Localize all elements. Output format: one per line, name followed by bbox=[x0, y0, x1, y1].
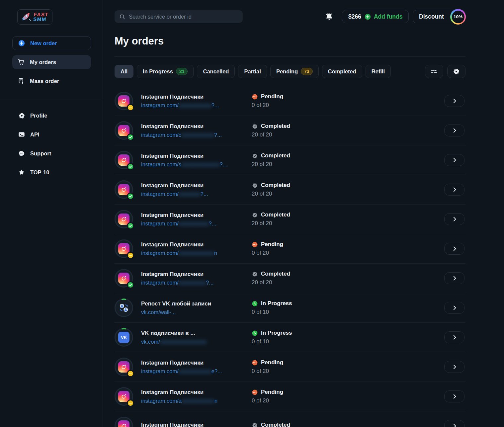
order-link[interactable]: instagram.com/xxxxxxxxxxxxe?... bbox=[141, 368, 222, 375]
order-details-button[interactable] bbox=[444, 95, 464, 107]
order-row[interactable]: Instagram Подписчикиinstagram.com/xxxxxx… bbox=[115, 175, 465, 205]
sidebar-item-mass-order[interactable]: Mass order bbox=[12, 74, 91, 88]
order-avatar bbox=[115, 121, 133, 140]
sidebar-item-support[interactable]: Support bbox=[12, 146, 91, 160]
sidebar-item-my-orders[interactable]: My orders bbox=[12, 55, 91, 69]
order-link[interactable]: vk.com/wall-... bbox=[141, 309, 211, 315]
status-label: Completed bbox=[261, 152, 290, 159]
order-details-button[interactable] bbox=[444, 184, 464, 196]
order-link[interactable]: instagram.com/xxxxxxxxxxx?... bbox=[141, 220, 216, 227]
order-link[interactable]: vk.com/xxxxxxxxxxxxxxxxx bbox=[141, 339, 207, 345]
discount-pill[interactable]: Discount 10% bbox=[413, 10, 465, 23]
order-link[interactable]: instagram.com/xxxxxxxxxxxx?... bbox=[141, 102, 219, 109]
order-link[interactable]: instagram.com/xxxxxxxxxxxxxn bbox=[141, 250, 217, 256]
order-details-button[interactable] bbox=[444, 125, 464, 136]
order-url-redacted: xxxxxxxxxxxx bbox=[182, 398, 214, 404]
order-avatar: VK bbox=[115, 328, 133, 347]
order-details-button[interactable] bbox=[444, 361, 464, 373]
order-info: Instagram Подписчикиinstagram.com/xxxxxx… bbox=[141, 271, 213, 286]
order-url-suffix: ?... bbox=[206, 280, 213, 286]
list-settings-button[interactable] bbox=[447, 65, 465, 78]
order-avatar bbox=[115, 387, 133, 406]
tab-refill[interactable]: Refill bbox=[366, 65, 391, 78]
tab-count-badge: 73 bbox=[301, 68, 313, 75]
order-details-button[interactable] bbox=[444, 302, 464, 314]
order-details-button[interactable] bbox=[444, 243, 464, 255]
status-completed: Completed bbox=[252, 152, 290, 159]
plus-circle-green-icon bbox=[364, 13, 371, 20]
tab-in-progress[interactable]: In Progress21 bbox=[137, 65, 194, 78]
status-label: Completed bbox=[261, 422, 290, 427]
order-url-prefix: instagram.com/ bbox=[141, 368, 179, 375]
order-progress-count: 20 of 20 bbox=[252, 279, 290, 286]
sidebar-item-label: Support bbox=[30, 150, 51, 157]
tab-partial[interactable]: Partial bbox=[238, 65, 267, 78]
sidebar-item-profile[interactable]: Profile bbox=[12, 109, 91, 123]
sidebar-item-api[interactable]: API bbox=[12, 128, 91, 141]
status-completed: Completed bbox=[252, 422, 290, 427]
search-input[interactable] bbox=[129, 14, 238, 20]
tab-all[interactable]: All bbox=[115, 65, 133, 78]
order-info: VK подписчики в ...vk.com/xxxxxxxxxxxxxx… bbox=[141, 330, 207, 345]
order-url-suffix: e?... bbox=[211, 368, 222, 375]
tab-label: All bbox=[121, 68, 127, 75]
brand-logo[interactable]: FAST SMM bbox=[17, 9, 52, 25]
order-status: Completed bbox=[252, 422, 290, 427]
order-url-suffix: ?... bbox=[214, 132, 222, 138]
order-details-button[interactable] bbox=[444, 331, 464, 343]
order-link[interactable]: instagram.com/xxxxxxxxxx?... bbox=[141, 280, 213, 286]
balance-amount: $266 bbox=[348, 13, 361, 20]
balance-pill[interactable]: $266 Add funds bbox=[342, 10, 409, 23]
order-row[interactable]: Instagram Подписчикиinstagram.com/xxxxxx… bbox=[115, 264, 465, 293]
sidebar: FAST SMM New orderMy ordersMass order Pr… bbox=[0, 0, 103, 427]
filter-sort-button[interactable] bbox=[425, 65, 443, 78]
order-url-prefix: instagram.com/ bbox=[141, 280, 179, 286]
tab-cancelled[interactable]: Cancelled bbox=[197, 65, 235, 78]
order-status: Pending0 of 20 bbox=[252, 93, 283, 109]
gear-icon bbox=[18, 112, 26, 120]
order-row[interactable]: Instagram Подписчикиinstagram.com/xxxxxx… bbox=[115, 205, 465, 234]
order-row[interactable]: VKVK подписчики в ...vk.com/xxxxxxxxxxxx… bbox=[115, 323, 465, 352]
order-details-button[interactable] bbox=[444, 213, 464, 225]
order-row[interactable]: Instagram Подписчикиinstagram.com/sxxxxx… bbox=[115, 145, 465, 175]
order-link[interactable]: instagram.com/sxxxxxxxxxxxxxx?... bbox=[141, 161, 227, 168]
order-link[interactable]: instagram.com/xxxxxxxx?... bbox=[141, 191, 208, 197]
add-funds-button[interactable]: Add funds bbox=[364, 13, 403, 20]
order-url-redacted: xxxxxxxxxx bbox=[179, 280, 206, 286]
pending-status-icon bbox=[252, 94, 258, 100]
order-details-button[interactable] bbox=[444, 154, 464, 166]
order-url-redacted: xxxxxxxx bbox=[179, 191, 201, 197]
status-pending: Pending bbox=[252, 241, 283, 248]
sidebar-item-label: New order bbox=[30, 40, 57, 46]
completed-badge-icon bbox=[127, 133, 134, 141]
order-row[interactable]: Instagram Подписчикиinstagram.com/xxxxxx… bbox=[115, 86, 465, 116]
order-status: In Progress0 of 10 bbox=[252, 330, 292, 345]
order-url-suffix: ?... bbox=[201, 191, 208, 197]
order-row[interactable]: Instagram Подписчикиinstagram.com/cxxxxx… bbox=[115, 116, 465, 145]
tab-completed[interactable]: Completed bbox=[322, 65, 362, 78]
gear-icon bbox=[453, 68, 460, 75]
tab-label: Refill bbox=[372, 68, 385, 75]
sidebar-item-new-order[interactable]: New order bbox=[12, 36, 91, 50]
order-row[interactable]: Instagram ПодписчикиCompleted bbox=[115, 411, 465, 427]
sidebar-item-top-10[interactable]: TOP-10 bbox=[12, 165, 91, 179]
order-link[interactable]: instagram.com/axxxxxxxxxxxxn bbox=[141, 398, 217, 404]
order-row[interactable]: Instagram Подписчикиinstagram.com/xxxxxx… bbox=[115, 352, 465, 382]
order-info: Instagram Подписчикиinstagram.com/xxxxxx… bbox=[141, 212, 216, 227]
notifications-button[interactable] bbox=[325, 12, 335, 22]
order-details-button[interactable] bbox=[444, 272, 464, 284]
completed-badge-icon bbox=[127, 193, 134, 200]
status-label: Completed bbox=[261, 182, 290, 189]
tab-label: In Progress bbox=[143, 68, 173, 75]
cart-icon bbox=[17, 58, 25, 66]
tab-pending[interactable]: Pending73 bbox=[270, 65, 319, 78]
order-link[interactable]: instagram.com/cxxxxxxxxxxxx?... bbox=[141, 132, 222, 138]
order-details-button[interactable] bbox=[444, 420, 464, 427]
add-funds-label: Add funds bbox=[374, 13, 403, 20]
progress-arc bbox=[115, 328, 133, 347]
order-row[interactable]: Instagram Подписчикиinstagram.com/axxxxx… bbox=[115, 382, 465, 411]
chevron-right-icon bbox=[451, 423, 458, 427]
order-row[interactable]: Репост VK любой записиvk.com/wall-...In … bbox=[115, 293, 465, 323]
order-row[interactable]: Instagram Подписчикиinstagram.com/xxxxxx… bbox=[115, 234, 465, 264]
order-details-button[interactable] bbox=[444, 390, 464, 402]
